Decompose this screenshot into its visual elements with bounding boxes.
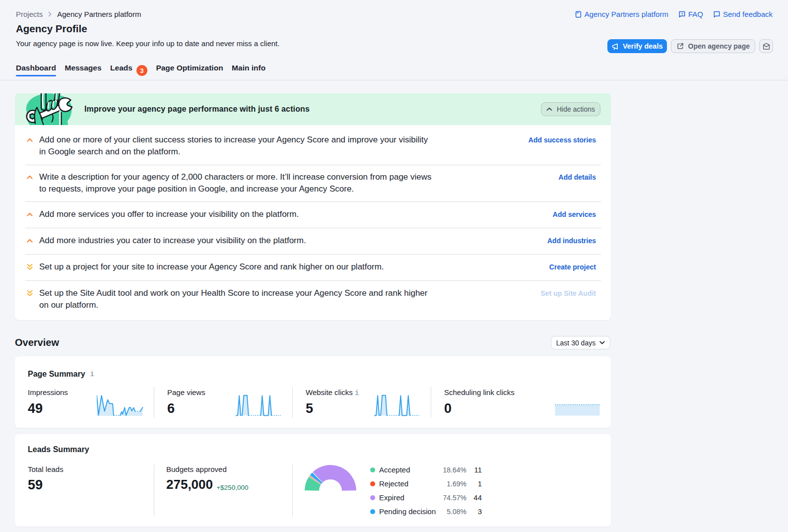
svg-text:?: ?	[681, 11, 683, 16]
